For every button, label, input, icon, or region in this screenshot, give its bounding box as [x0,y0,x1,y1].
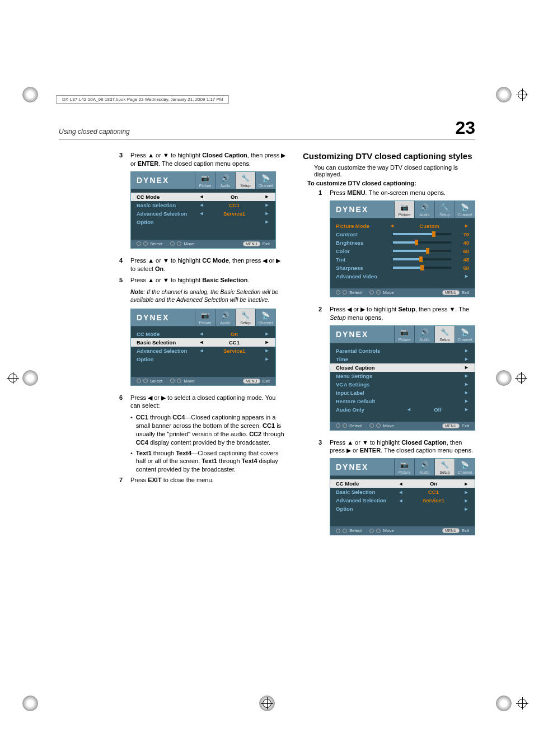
osd-row: Basic Selection◄CC1► [137,201,270,209]
osd-row: Advanced Selection◄Service1► [137,347,270,355]
r-step-3: 3 Press ▲ or ▼ to highlight Closed Capti… [318,438,475,455]
osd-row: Basic Selection◄CC1► [336,488,469,496]
osd-row: Color60 [336,247,469,255]
page-number: 23 [455,118,475,138]
osd-logo: DYNEX [131,172,195,188]
right-column: Customizing DTV closed captioning styles… [303,151,475,543]
osd-row: Parental Controls► [336,347,469,355]
osd-tab-picture: 📷Picture [195,172,215,189]
osd-tab-audio: 🔊Audio [414,326,434,343]
osd-row: Sharpness50 [336,264,469,272]
step-4: 4 Press ▲ or ▼ to highlight CC Mode, the… [119,256,286,273]
osd-row: Option► [137,355,270,363]
section-intro: You can customize the way DTV closed cap… [314,164,475,178]
note: Note: If the channel is analog, the Basi… [130,288,286,304]
osd-tab-channel: 📡Channel [455,326,475,343]
osd-row: Time► [336,355,469,363]
osd-row: Advanced Video► [336,272,469,281]
step-6: 6 Press ◀ or ▶ to select a closed captio… [119,394,286,410]
osd-tab-picture: 📷Picture [394,201,414,218]
breadcrumb: Using closed captioning [59,128,130,136]
osd-row: Restore Default► [336,397,469,405]
osd-logo: DYNEX [131,310,195,325]
osd-logo: DYNEX [330,459,394,475]
osd-tab-audio: 🔊Audio [215,309,235,326]
osd-cc-menu-1: DYNEX 📷Picture 🔊Audio 🔧Setup 📡Channel CC… [130,171,276,249]
osd-cc-menu-3: DYNEX 📷Picture 🔊Audio 🔧Setup 📡Channel CC… [330,458,475,535]
r-step-2: 2 Press ◀ or ▶ to highlight Setup, then … [318,305,475,322]
osd-logo: DYNEX [330,202,394,217]
osd-setup-menu: DYNEX 📷Picture 🔊Audio 🔧Setup 📡Channel Pa… [330,325,475,431]
step-3: 3 Press ▲ or ▼ to highlight Closed Capti… [119,151,286,168]
section-heading: Customizing DTV closed captioning styles [303,151,475,161]
osd-row: Closed Caption► [330,363,475,372]
osd-row: CC Mode◄On► [330,479,475,488]
osd-row: Advanced Selection◄Service1► [336,496,469,505]
osd-tab-channel: 📡Channel [455,201,475,218]
r-step-1: 1 Press MENU. The on-screen menu opens. [318,189,475,197]
osd-tab-setup: 🔧Setup [434,201,455,218]
osd-tab-audio: 🔊Audio [414,201,434,218]
osd-row: VGA Settings► [336,380,469,389]
osd-row: Contrast70 [336,230,469,239]
osd-tab-picture: 📷Picture [195,309,215,326]
osd-row: Option► [336,505,469,513]
osd-row: Advanced Selection◄Service1► [137,209,270,218]
osd-tab-setup: 🔧Setup [434,459,455,475]
osd-tab-picture: 📷Picture [394,459,414,475]
osd-row: Tint48 [336,255,469,264]
page-top-bar: Using closed captioning 23 [59,118,475,140]
osd-row: CC Mode◄On► [131,193,275,201]
osd-tab-channel: 📡Channel [255,172,275,189]
osd-logo: DYNEX [330,326,394,342]
subheading: To customize DTV closed captioning: [307,180,475,186]
osd-row: Menu Settings► [336,372,469,380]
osd-row: Basic Selection◄CC1► [131,338,275,347]
osd-tab-setup: 🔧Setup [235,309,255,326]
osd-tab-setup: 🔧Setup [235,172,255,189]
osd-picture-menu: DYNEX 📷Picture 🔊Audio 🔧Setup 📡Channel Pi… [330,200,475,297]
page-header-info: DX-L37-L42-10A_08-1837.book Page 23 Wedn… [56,95,229,104]
osd-row: Picture Mode◄Custom► [336,222,469,230]
step-7: 7 Press EXIT to close the menu. [119,476,286,484]
osd-tab-picture: 📷Picture [394,326,414,343]
osd-tab-channel: 📡Channel [255,309,275,326]
osd-row: CC Mode◄On► [137,330,270,338]
osd-row: Brightness40 [336,239,469,247]
osd-tab-setup: 🔧Setup [434,326,455,343]
osd-tab-audio: 🔊Audio [215,172,235,189]
osd-cc-menu-2: DYNEX 📷Picture 🔊Audio 🔧Setup 📡Channel CC… [130,309,276,386]
osd-row: Input Label► [336,389,469,397]
left-column: 3 Press ▲ or ▼ to highlight Closed Capti… [59,151,286,543]
bullet-list: • CC1 through CC4—Closed captioning appe… [130,413,286,474]
osd-row: Option► [137,218,270,226]
osd-row: Audio Only◄Off► [336,405,469,414]
step-5: 5 Press ▲ or ▼ to highlight Basic Select… [119,276,286,284]
osd-tab-audio: 🔊Audio [414,459,434,475]
osd-tab-channel: 📡Channel [455,459,475,475]
